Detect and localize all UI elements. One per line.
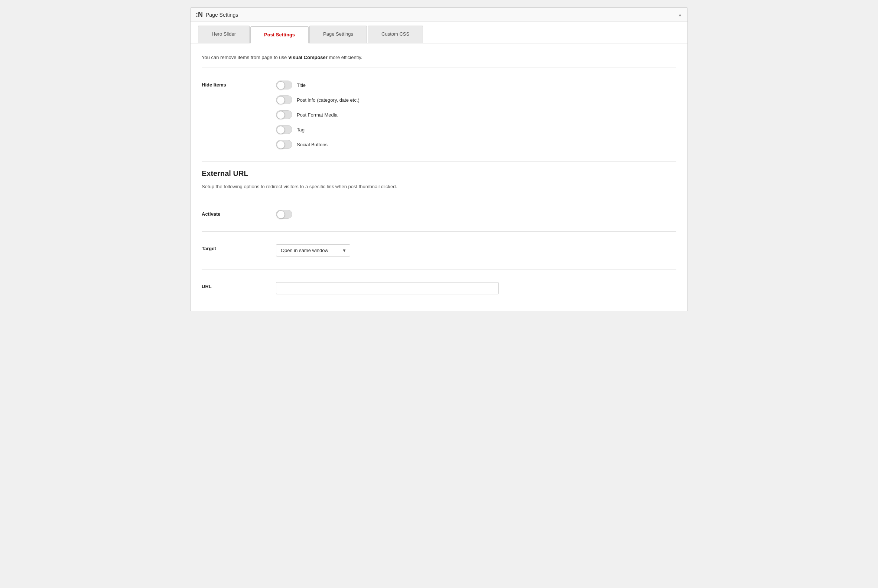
description-text: You can remove items from page to use Vi… <box>201 55 677 60</box>
target-select-wrapper: Open in same window Open in new window ▼ <box>276 244 350 256</box>
panel-header: :N Page Settings ▲ <box>191 8 687 22</box>
tab-page-settings[interactable]: Page Settings <box>310 26 367 43</box>
tabs-bar: Hero Slider Post Settings Page Settings … <box>191 22 687 44</box>
hide-items-controls: Title Post info (category, date etc.) Po… <box>276 81 359 149</box>
url-row: URL <box>201 277 677 300</box>
toggle-label-post-info: Post info (category, date etc.) <box>297 97 359 103</box>
app-logo: :N <box>196 11 203 18</box>
divider-4 <box>201 231 677 232</box>
toggle-activate[interactable] <box>276 210 292 219</box>
toggle-label-post-format-media: Post Format Media <box>297 112 338 118</box>
description-bold: Visual Composer <box>288 55 328 60</box>
external-url-heading: External URL <box>201 169 677 178</box>
activate-label: Activate <box>201 210 276 217</box>
description-suffix: more efficiently. <box>329 55 362 60</box>
toggle-label-title: Title <box>297 82 306 88</box>
toggle-tag[interactable] <box>276 125 292 134</box>
url-input[interactable] <box>276 282 499 294</box>
hide-items-row: Hide Items Title Post info (category, da… <box>201 75 677 154</box>
description-plain: You can remove items from page to use <box>201 55 288 60</box>
panel-title: Page Settings <box>206 12 238 18</box>
toggle-row-tag: Tag <box>276 125 359 134</box>
toggle-post-format-media[interactable] <box>276 110 292 119</box>
hide-items-label: Hide Items <box>201 81 276 88</box>
toggle-row-post-format-media: Post Format Media <box>276 110 359 119</box>
toggle-post-info[interactable] <box>276 95 292 104</box>
toggle-label-social-buttons: Social Buttons <box>297 142 328 147</box>
target-row: Target Open in same window Open in new w… <box>201 239 677 262</box>
url-label: URL <box>201 282 276 289</box>
panel-content: You can remove items from page to use Vi… <box>191 44 687 311</box>
toggle-title[interactable] <box>276 81 292 90</box>
divider-5 <box>201 269 677 270</box>
tab-custom-css[interactable]: Custom CSS <box>368 26 423 43</box>
target-label: Target <box>201 244 276 251</box>
toggle-row-social-buttons: Social Buttons <box>276 140 359 149</box>
activate-row: Activate <box>201 204 677 224</box>
external-url-section: External URL Setup the following options… <box>201 169 677 300</box>
external-url-description: Setup the following options to redirect … <box>201 184 677 189</box>
toggle-row-title: Title <box>276 81 359 90</box>
toggle-label-tag: Tag <box>297 127 305 132</box>
page-settings-panel: :N Page Settings ▲ Hero Slider Post Sett… <box>190 8 688 311</box>
divider-2 <box>201 162 677 162</box>
divider-1 <box>201 68 677 68</box>
target-select[interactable]: Open in same window Open in new window <box>276 244 350 256</box>
header-left: :N Page Settings <box>196 11 238 18</box>
toggle-row-post-info: Post info (category, date etc.) <box>276 95 359 104</box>
tab-post-settings[interactable]: Post Settings <box>250 26 309 44</box>
toggle-social-buttons[interactable] <box>276 140 292 149</box>
divider-3 <box>201 197 677 197</box>
tab-hero-slider[interactable]: Hero Slider <box>198 26 250 43</box>
collapse-arrow[interactable]: ▲ <box>678 12 682 18</box>
